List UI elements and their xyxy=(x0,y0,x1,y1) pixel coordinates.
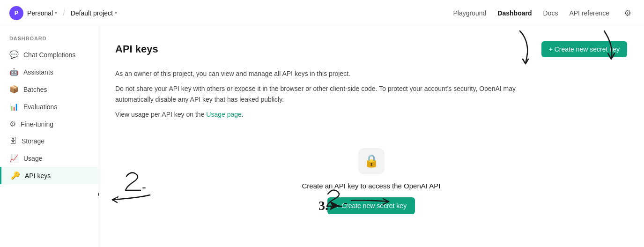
create-secret-key-button-top[interactable]: + Create new secret key xyxy=(541,41,627,57)
empty-state-title: Create an API key to access the OpenAI A… xyxy=(302,182,440,190)
header-right: Playground Dashboard Docs API reference … xyxy=(453,6,635,20)
sidebar: Dashboard 💬 Chat Completions 🤖 Assistant… xyxy=(0,26,98,247)
sidebar-item-fine-tuning[interactable]: ⚙ Fine-tuning xyxy=(0,115,98,133)
sidebar-item-assistants[interactable]: 🤖 Assistants xyxy=(0,63,98,81)
chat-completions-icon: 💬 xyxy=(9,50,19,59)
layout: Dashboard 💬 Chat Completions 🤖 Assistant… xyxy=(0,26,644,247)
sidebar-item-label: Evaluations xyxy=(23,103,57,111)
sidebar-item-evaluations[interactable]: 📊 Evaluations xyxy=(0,98,98,115)
nav-api-reference[interactable]: API reference xyxy=(569,9,609,17)
api-keys-icon: 🔑 xyxy=(11,171,20,180)
info-text-3: View usage per API key on the Usage page… xyxy=(115,109,537,120)
settings-icon[interactable]: ⚙ xyxy=(621,6,635,20)
header-left: P Personal ▾ / Default project ▾ xyxy=(9,6,117,20)
sidebar-item-label: Chat Completions xyxy=(23,51,75,59)
info-text-2: Do not share your API key with others or… xyxy=(115,83,537,105)
evaluations-icon: 📊 xyxy=(9,102,19,111)
sidebar-item-chat-completions[interactable]: 💬 Chat Completions xyxy=(0,46,98,63)
nav-playground[interactable]: Playground xyxy=(453,9,487,17)
sidebar-item-label: Batches xyxy=(23,86,47,93)
page-header: API keys + Create new secret key xyxy=(115,41,627,57)
sidebar-item-usage[interactable]: 📈 Usage xyxy=(0,150,98,167)
sidebar-item-label: API keys xyxy=(25,172,51,180)
storage-icon: 🗄 xyxy=(9,137,17,145)
empty-state: 🔒 Create an API key to access the OpenAI… xyxy=(115,148,627,214)
sidebar-item-label: Fine-tuning xyxy=(21,120,53,128)
sidebar-item-storage[interactable]: 🗄 Storage xyxy=(0,133,98,150)
fine-tuning-icon: ⚙ xyxy=(9,120,16,128)
sidebar-item-label: Storage xyxy=(22,137,44,145)
project-selector[interactable]: Default project ▾ xyxy=(71,9,117,17)
nav-dashboard[interactable]: Dashboard xyxy=(497,9,532,17)
lock-icon-box: 🔒 xyxy=(358,148,385,174)
top-header: P Personal ▾ / Default project ▾ Playgro… xyxy=(0,0,644,26)
sidebar-item-label: Assistants xyxy=(23,68,53,76)
usage-icon: 📈 xyxy=(9,154,19,163)
project-chevron-icon: ▾ xyxy=(115,10,117,15)
org-selector[interactable]: Personal ▾ xyxy=(27,9,57,17)
lock-icon: 🔒 xyxy=(364,154,379,168)
page-title: API keys xyxy=(115,43,158,55)
avatar: P xyxy=(9,6,23,20)
batches-icon: 📦 xyxy=(9,85,19,94)
assistants-icon: 🤖 xyxy=(9,67,19,76)
sidebar-item-api-keys[interactable]: 🔑 API keys xyxy=(0,167,98,184)
sidebar-item-batches[interactable]: 📦 Batches xyxy=(0,81,98,98)
nav-docs[interactable]: Docs xyxy=(543,9,558,17)
sidebar-section-label: Dashboard xyxy=(0,36,98,46)
sidebar-item-label: Usage xyxy=(23,155,42,162)
main-content: API keys + Create new secret key As an o… xyxy=(98,26,644,247)
create-secret-key-button-center[interactable]: + Create new secret key xyxy=(327,197,415,214)
breadcrumb-separator: / xyxy=(63,9,65,17)
info-text-1: As an owner of this project, you can vie… xyxy=(115,68,537,79)
org-chevron-icon: ▾ xyxy=(55,10,57,15)
usage-page-link[interactable]: Usage page xyxy=(206,111,242,118)
